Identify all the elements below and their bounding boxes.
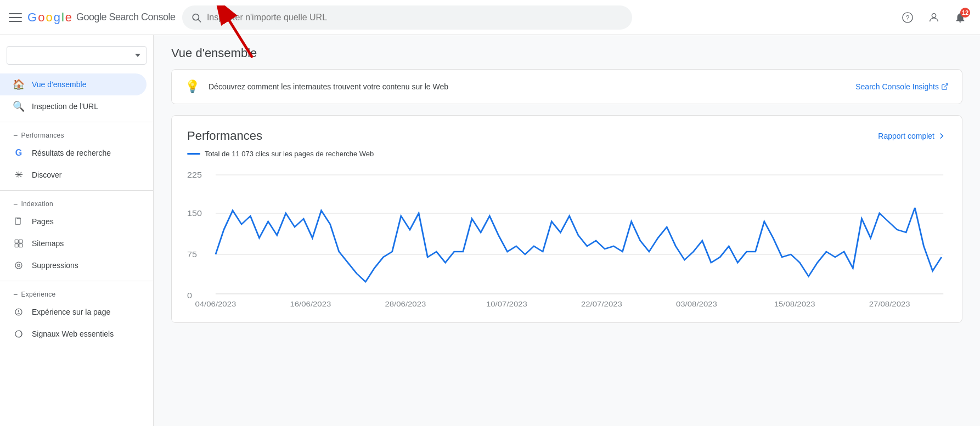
svg-text:28/06/2023: 28/06/2023	[385, 300, 426, 308]
sidebar-section-indexation: Indexation	[0, 195, 153, 211]
performances-card: Performances Rapport complet Total de 11…	[171, 115, 962, 323]
sidebar-label-resultats: Résultats de recherche	[32, 149, 111, 157]
sidebar-divider-2	[0, 190, 153, 191]
perf-title: Performances	[187, 129, 262, 143]
help-button[interactable]: ?	[897, 7, 919, 29]
sidebar-item-inspection-url[interactable]: 🔍 Inspection de l'URL	[0, 95, 147, 117]
external-link-icon	[941, 83, 949, 90]
sidebar-label-suppressions: Suppressions	[32, 261, 78, 270]
signaux-icon	[13, 328, 24, 339]
pages-icon	[13, 216, 24, 227]
insight-text: Découvrez comment les internautes trouve…	[209, 82, 847, 91]
performance-chart: 225 150 75 0 04/06/	[187, 167, 947, 309]
search-nav-icon: 🔍	[13, 101, 24, 112]
rapport-link-text: Rapport complet	[878, 132, 934, 140]
perf-legend: Total de 11 073 clics sur les pages de r…	[187, 150, 947, 158]
svg-text:03/08/2023: 03/08/2023	[676, 300, 717, 308]
svg-text:?: ?	[906, 14, 910, 21]
main-header: Vue d'ensemble	[154, 35, 980, 69]
svg-text:16/06/2023: 16/06/2023	[290, 300, 331, 308]
svg-text:150: 150	[187, 209, 202, 218]
sidebar-label-discover: Discover	[32, 171, 61, 179]
discover-icon: ✳	[13, 169, 24, 180]
search-icon	[191, 12, 201, 23]
sidebar-divider-1	[0, 122, 153, 122]
svg-text:10/07/2023: 10/07/2023	[486, 300, 527, 308]
home-icon: 🏠	[13, 79, 24, 90]
topbar: Google Google Search Console ?	[0, 0, 980, 35]
experience-icon	[13, 306, 24, 317]
app-title: Google Search Console	[76, 12, 176, 23]
sitemaps-icon	[13, 238, 24, 249]
svg-point-12	[15, 262, 22, 269]
svg-rect-9	[19, 240, 22, 243]
legend-text: Total de 11 073 clics sur les pages de r…	[205, 150, 374, 158]
main-content: Vue d'ensemble 💡 Découvrez comment les i…	[154, 35, 980, 426]
svg-line-1	[198, 19, 200, 21]
sidebar-item-resultats[interactable]: G Résultats de recherche	[0, 142, 147, 164]
svg-rect-8	[15, 240, 18, 243]
sidebar-item-vue-ensemble[interactable]: 🏠 Vue d'ensemble	[0, 73, 147, 95]
topbar-left: Google Google Search Console	[9, 10, 176, 25]
sidebar-divider-3	[0, 281, 153, 281]
lightbulb-icon: 💡	[185, 79, 200, 94]
svg-text:22/07/2023: 22/07/2023	[581, 300, 622, 308]
account-icon	[928, 12, 940, 24]
perf-header: Performances Rapport complet	[187, 129, 947, 143]
insight-link-text: Search Console Insights	[855, 82, 939, 91]
svg-text:0: 0	[187, 291, 192, 300]
suppressions-icon	[13, 260, 24, 271]
chart-area: 225 150 75 0 04/06/	[187, 167, 947, 309]
legend-line	[187, 153, 200, 155]
sidebar-item-suppressions[interactable]: Suppressions	[0, 254, 147, 276]
sidebar-item-experience-page[interactable]: Expérience sur la page	[0, 301, 147, 323]
property-dropdown[interactable]	[7, 46, 147, 65]
svg-text:27/08/2023: 27/08/2023	[869, 300, 910, 308]
sidebar-item-discover[interactable]: ✳ Discover	[0, 164, 147, 186]
menu-icon[interactable]	[9, 11, 22, 24]
svg-line-17	[944, 84, 948, 87]
svg-text:225: 225	[187, 171, 202, 179]
svg-rect-11	[19, 244, 22, 247]
svg-point-13	[18, 264, 20, 267]
sidebar-item-sitemaps[interactable]: Sitemaps	[0, 232, 147, 254]
main-body: 💡 Découvrez comment les internautes trou…	[154, 69, 980, 340]
sidebar: 🏠 Vue d'ensemble 🔍 Inspection de l'URL P…	[0, 35, 154, 426]
sidebar-label-vue-ensemble: Vue d'ensemble	[32, 80, 86, 89]
chevron-right-icon	[937, 131, 947, 141]
page-title: Vue d'ensemble	[171, 46, 962, 60]
search-input[interactable]	[207, 13, 623, 22]
svg-text:75: 75	[187, 250, 197, 259]
svg-rect-10	[15, 244, 18, 247]
sidebar-label-pages: Pages	[32, 217, 54, 226]
layout: 🏠 Vue d'ensemble 🔍 Inspection de l'URL P…	[0, 35, 980, 426]
google-g-icon: G	[13, 147, 24, 158]
insight-banner: 💡 Découvrez comment les internautes trou…	[171, 69, 962, 104]
google-logo: Google Google Search Console	[27, 10, 176, 25]
sidebar-section-performances: Performances	[0, 127, 153, 142]
notification-badge: 12	[960, 8, 970, 18]
sidebar-label-inspection: Inspection de l'URL	[32, 102, 98, 111]
notification-button[interactable]: 12	[949, 7, 971, 29]
search-console-insights-link[interactable]: Search Console Insights	[855, 82, 949, 91]
rapport-complet-link[interactable]: Rapport complet	[878, 131, 947, 141]
help-icon: ?	[902, 12, 914, 24]
search-bar[interactable]	[182, 5, 632, 30]
sidebar-item-signaux-web[interactable]: Signaux Web essentiels	[0, 323, 147, 345]
topbar-icons: ? 12	[897, 7, 971, 29]
svg-point-4	[932, 13, 936, 17]
sidebar-label-signaux: Signaux Web essentiels	[32, 330, 114, 338]
svg-text:15/08/2023: 15/08/2023	[774, 300, 815, 308]
account-button[interactable]	[923, 7, 945, 29]
sidebar-label-sitemaps: Sitemaps	[32, 239, 64, 248]
property-selector[interactable]	[7, 46, 147, 65]
sidebar-label-experience: Expérience sur la page	[32, 308, 110, 316]
sidebar-item-pages[interactable]: Pages	[0, 211, 147, 232]
sidebar-section-experience: Expérience	[0, 286, 153, 301]
svg-text:04/06/2023: 04/06/2023	[195, 300, 236, 308]
